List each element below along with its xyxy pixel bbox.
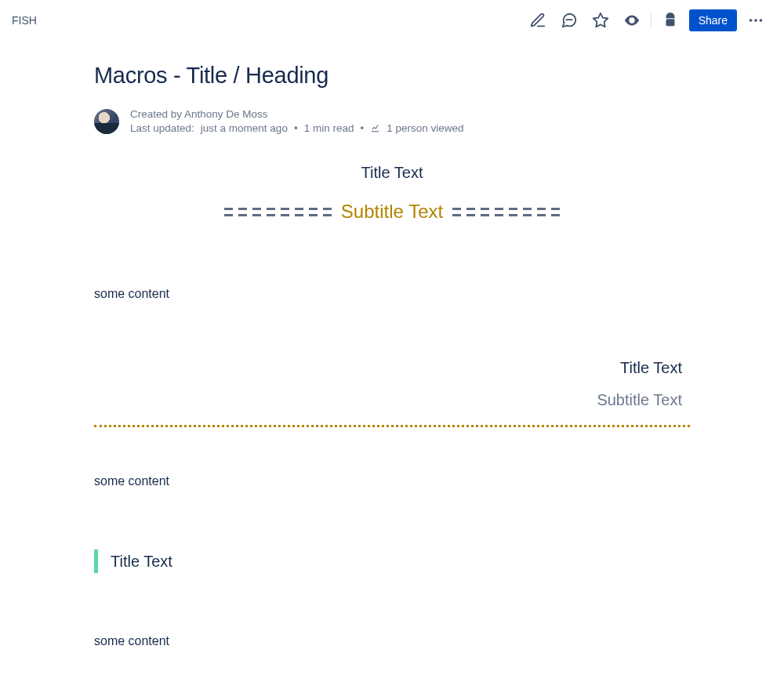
macro-subtitle: Subtitle Text [94,391,690,409]
svg-point-5 [754,19,757,22]
meta-separator: • [360,122,364,136]
body-paragraph: some content [94,634,690,648]
viewers-count[interactable]: 1 person viewed [387,122,463,136]
decoration-dotted-rule [94,425,690,427]
svg-point-2 [630,19,633,22]
last-updated-label: Last updated: [130,122,194,136]
breadcrumb[interactable]: FISH [12,14,37,27]
created-by-label: Created by [130,108,184,120]
macro-title: Title Text [111,553,172,571]
last-updated-value: just a moment ago [201,122,288,136]
title-macro-centered: Title Text Subtitle Text [94,164,690,223]
edit-icon[interactable] [525,8,550,33]
svg-point-4 [750,19,753,22]
svg-rect-3 [666,19,674,26]
toolbar-divider [651,13,652,28]
page-byline: Created by Anthony De Moss Last updated:… [94,107,690,136]
comment-icon[interactable] [557,8,582,33]
more-actions-icon[interactable] [743,8,768,33]
svg-point-6 [760,19,763,22]
page-title: Macros - Title / Heading [94,63,690,89]
star-icon[interactable] [588,8,613,33]
macro-title: Title Text [94,359,690,377]
restrictions-icon[interactable] [658,8,683,33]
macro-subtitle: Subtitle Text [341,201,443,223]
page-toolbar: Share [525,8,768,33]
decoration-double-lines [224,208,332,216]
decoration-left-bar [94,550,98,573]
analytics-icon [370,124,380,133]
read-time: 1 min read [304,122,354,136]
macro-title: Title Text [94,164,690,182]
title-macro-right-underline: Title Text Subtitle Text [94,359,690,427]
body-paragraph: some content [94,474,690,488]
author-link[interactable]: Anthony De Moss [184,108,268,120]
svg-marker-1 [593,13,607,27]
share-button[interactable]: Share [689,9,737,31]
watch-icon[interactable] [619,8,644,33]
decoration-double-lines [452,208,560,216]
title-macro-leftbar: Title Text [94,550,690,573]
body-paragraph: some content [94,287,690,301]
meta-separator: • [294,122,298,136]
avatar[interactable] [94,109,119,134]
